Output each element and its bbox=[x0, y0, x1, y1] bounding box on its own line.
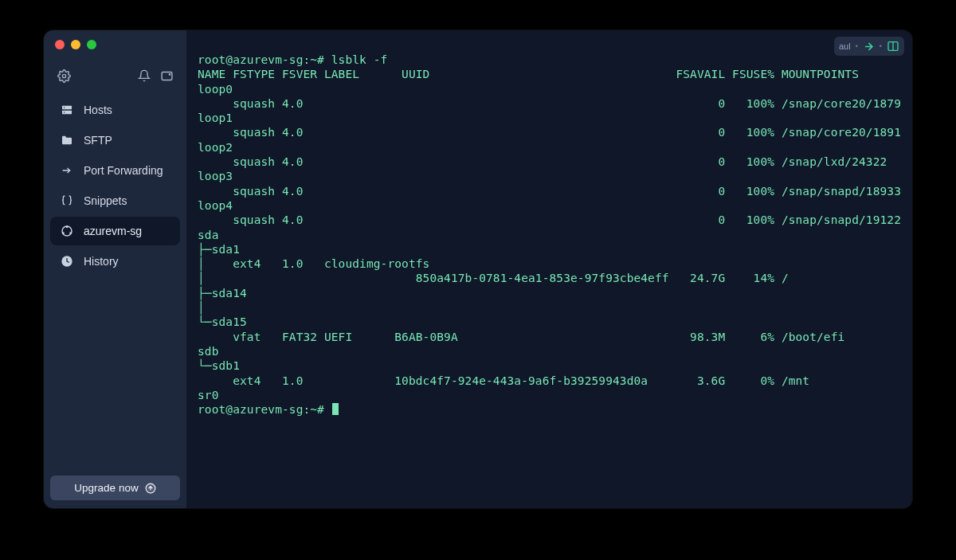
sidebar-item-label: azurevm-sg bbox=[84, 225, 142, 237]
sidebar-item-hosts[interactable]: Hosts bbox=[50, 96, 180, 124]
svg-rect-3 bbox=[62, 106, 72, 110]
sidebar-item-label: SFTP bbox=[84, 134, 112, 147]
portfwd-icon bbox=[60, 164, 74, 177]
zoom-window-button[interactable] bbox=[87, 40, 96, 49]
svg-point-2 bbox=[169, 73, 170, 74]
svg-point-8 bbox=[66, 225, 69, 228]
terminal[interactable]: root@azurevm-sg:~# lsblk -f NAME FSTYPE … bbox=[186, 30, 912, 425]
cursor bbox=[332, 403, 339, 415]
braces-icon bbox=[60, 194, 74, 207]
upgrade-label: Upgrade now bbox=[74, 482, 138, 494]
notifications-icon[interactable] bbox=[137, 69, 151, 83]
folder-icon bbox=[60, 134, 74, 147]
sidebar-top-icons bbox=[44, 54, 186, 92]
ubuntu-icon bbox=[60, 225, 74, 237]
window-controls bbox=[44, 30, 186, 54]
close-window-button[interactable] bbox=[55, 40, 65, 49]
share-icon[interactable] bbox=[863, 41, 875, 53]
svg-point-6 bbox=[64, 112, 65, 112]
hosts-icon bbox=[60, 104, 74, 116]
sidebar-item-snippets[interactable]: Snippets bbox=[50, 186, 180, 215]
svg-point-0 bbox=[62, 74, 65, 77]
app-window: HostsSFTPPort ForwardingSnippetsazurevm-… bbox=[44, 30, 912, 508]
sidebar-item-label: Snippets bbox=[84, 194, 127, 207]
main-pane: aul • • root@azurevm-sg:~# lsblk -f NAME… bbox=[186, 30, 912, 508]
sidebar-item-history[interactable]: History bbox=[50, 247, 180, 276]
minimize-window-button[interactable] bbox=[71, 40, 80, 49]
separator-dot: • bbox=[880, 42, 882, 50]
sidebar-item-port-forwarding[interactable]: Port Forwarding bbox=[50, 156, 180, 185]
settings-icon[interactable] bbox=[57, 69, 71, 83]
svg-rect-1 bbox=[162, 72, 172, 80]
sidebar-item-sftp[interactable]: SFTP bbox=[50, 126, 180, 155]
svg-point-10 bbox=[62, 232, 65, 234]
sidebar-nav: HostsSFTPPort ForwardingSnippetsazurevm-… bbox=[44, 92, 186, 279]
svg-point-9 bbox=[69, 232, 72, 234]
arrow-up-circle-icon bbox=[145, 483, 156, 494]
split-icon[interactable] bbox=[887, 40, 899, 53]
svg-point-5 bbox=[64, 107, 65, 108]
sidebar-item-label: Hosts bbox=[84, 104, 112, 116]
sidebar-item-label: Port Forwarding bbox=[84, 164, 163, 177]
sidebar-item-azurevm-sg[interactable]: azurevm-sg bbox=[50, 217, 180, 245]
clock-icon bbox=[60, 255, 74, 268]
titlebar-right: aul • • bbox=[834, 37, 904, 56]
svg-rect-4 bbox=[62, 111, 72, 115]
separator-dot: • bbox=[856, 42, 858, 50]
inbox-icon[interactable] bbox=[159, 69, 174, 83]
sidebar: HostsSFTPPort ForwardingSnippetsazurevm-… bbox=[44, 30, 186, 508]
badge-text: aul bbox=[839, 41, 851, 51]
sidebar-item-label: History bbox=[84, 255, 119, 268]
upgrade-button[interactable]: Upgrade now bbox=[50, 476, 180, 500]
